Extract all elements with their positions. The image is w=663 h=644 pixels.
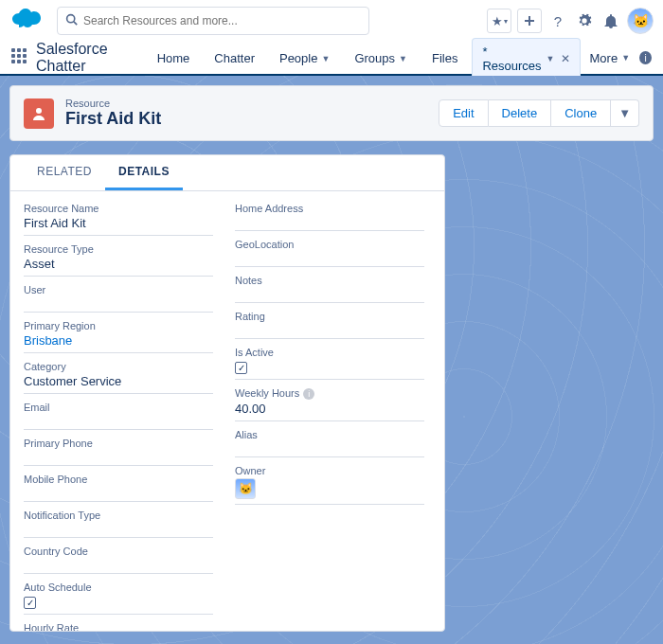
delete-button[interactable]: Delete [489, 99, 552, 127]
tab-groups[interactable]: Groups▼ [344, 45, 418, 71]
field-is-active: Is Active ✓✎ [235, 347, 437, 380]
global-actions-button[interactable] [517, 9, 542, 33]
field-label: Alias [235, 429, 437, 440]
svg-point-4 [36, 108, 42, 114]
field-label: Resource Name [24, 203, 225, 214]
field-geolocation: GeoLocation ✎ [235, 239, 437, 267]
tab-home[interactable]: Home [147, 45, 201, 71]
help-icon[interactable]: ? [547, 10, 568, 31]
resource-object-icon [24, 98, 54, 129]
more-actions-button[interactable]: ▼ [611, 99, 639, 127]
field-label: Weekly Hoursi [235, 387, 437, 400]
field-label: Home Address [235, 203, 437, 214]
field-label: Hourly Rate [24, 622, 225, 632]
field-value[interactable] [235, 442, 424, 457]
user-avatar[interactable]: 🐱 [627, 8, 654, 34]
field-value[interactable] [24, 523, 213, 538]
left-column: Resource Name First Aid Kit✎ Resource Ty… [24, 203, 225, 632]
page-stage: Resource First Aid Kit Edit Delete Clone… [0, 76, 663, 644]
help-info-icon[interactable]: i [303, 388, 314, 400]
search-icon [65, 13, 78, 28]
field-auto-schedule: Auto Schedule ✓✎ [24, 581, 225, 615]
field-value[interactable] [235, 324, 424, 339]
field-resource-name: Resource Name First Aid Kit✎ [24, 203, 225, 236]
field-home-address: Home Address ✎ [235, 203, 437, 231]
card-tabs: RELATED DETAILS [10, 155, 444, 191]
tab-related[interactable]: RELATED [24, 155, 105, 190]
field-value[interactable] [24, 297, 213, 313]
chevron-down-icon: ▼ [618, 106, 631, 120]
svg-point-0 [67, 15, 75, 23]
field-value[interactable] [235, 216, 424, 231]
clone-button[interactable]: Clone [551, 99, 611, 127]
field-value[interactable]: Asset [24, 257, 213, 277]
field-value[interactable] [235, 288, 424, 303]
setup-gear-icon[interactable] [574, 10, 595, 31]
field-label: Primary Phone [24, 438, 225, 449]
tab-people[interactable]: People▼ [269, 45, 340, 71]
search-input[interactable] [83, 14, 361, 27]
details-body: Resource Name First Aid Kit✎ Resource Ty… [10, 191, 444, 632]
record-actions: Edit Delete Clone ▼ [439, 99, 639, 127]
field-value[interactable]: 40.00 [235, 402, 424, 421]
field-notes: Notes ✎ [235, 275, 437, 303]
field-label: Primary Region [24, 320, 225, 331]
details-card: RELATED DETAILS Resource Name First Aid … [9, 154, 445, 632]
field-value[interactable] [24, 559, 213, 574]
nav-more[interactable]: More▼ [590, 51, 631, 65]
field-value[interactable]: ✓ [24, 595, 213, 615]
tab-chatter[interactable]: Chatter [204, 45, 265, 71]
field-label: Notes [235, 275, 437, 286]
checkbox-checked-icon: ✓ [235, 362, 247, 374]
nav-tabs: Home Chatter People▼ Groups▼ Files * Res… [147, 38, 652, 79]
edit-button[interactable]: Edit [439, 99, 488, 127]
field-rating: Rating ✎ [235, 311, 437, 339]
field-value[interactable]: First Aid Kit [24, 216, 213, 236]
field-label: GeoLocation [235, 239, 437, 250]
field-mobile-phone: Mobile Phone ✎ [24, 474, 225, 502]
tab-details[interactable]: DETAILS [105, 155, 183, 190]
record-header: Resource First Aid Kit Edit Delete Clone… [9, 85, 654, 141]
favorites-button[interactable]: ★▾ [487, 9, 511, 33]
field-value[interactable]: Customer Service [24, 374, 213, 394]
field-label: Notification Type [24, 510, 225, 521]
field-value[interactable]: ✓ [235, 360, 424, 380]
chevron-down-icon: ▼ [547, 54, 555, 63]
field-label: Resource Type [24, 243, 225, 255]
field-alias: Alias ✎ [235, 429, 437, 457]
field-label: Rating [235, 311, 437, 322]
svg-rect-3 [525, 20, 534, 22]
field-value[interactable] [235, 252, 424, 267]
field-label: Owner [235, 465, 437, 476]
field-hourly-rate: Hourly Rate ✎ [24, 622, 225, 632]
right-column: Home Address ✎ GeoLocation ✎ Notes ✎ Rat… [235, 203, 437, 632]
field-value[interactable] [24, 487, 213, 502]
nav-info-icon[interactable]: i [639, 51, 652, 64]
field-label: User [24, 284, 225, 295]
chevron-down-icon: ▼ [399, 54, 407, 63]
field-country-code: Country Code ✎ [24, 546, 225, 574]
field-value-link[interactable]: Brisbane [24, 333, 213, 353]
close-tab-icon[interactable]: ✕ [561, 52, 570, 65]
tab-files[interactable]: Files [421, 45, 468, 71]
salesforce-logo-icon [9, 8, 47, 35]
field-value[interactable] [24, 415, 213, 430]
app-launcher-icon[interactable] [11, 48, 27, 67]
global-search[interactable] [57, 7, 369, 35]
app-nav: Salesforce Chatter Home Chatter People▼ … [0, 42, 663, 76]
notifications-bell-icon[interactable] [600, 10, 621, 31]
chevron-down-icon: ▼ [621, 53, 630, 63]
field-user: User ✎ [24, 284, 225, 313]
field-label: Is Active [235, 347, 437, 358]
field-category: Category Customer Service✎ [24, 361, 225, 394]
field-label: Country Code [24, 546, 225, 557]
checkbox-checked-icon: ✓ [24, 597, 36, 609]
svg-line-1 [74, 22, 77, 25]
tab-resources[interactable]: * Resources ▼ ✕ [472, 38, 580, 79]
field-value[interactable]: 🐱 [235, 478, 424, 505]
field-label: Category [24, 361, 225, 372]
field-notification-type: Notification Type ✎ [24, 510, 225, 538]
field-value[interactable] [24, 451, 213, 466]
app-name: Salesforce Chatter [36, 41, 130, 75]
record-title: First Aid Kit [65, 109, 161, 129]
